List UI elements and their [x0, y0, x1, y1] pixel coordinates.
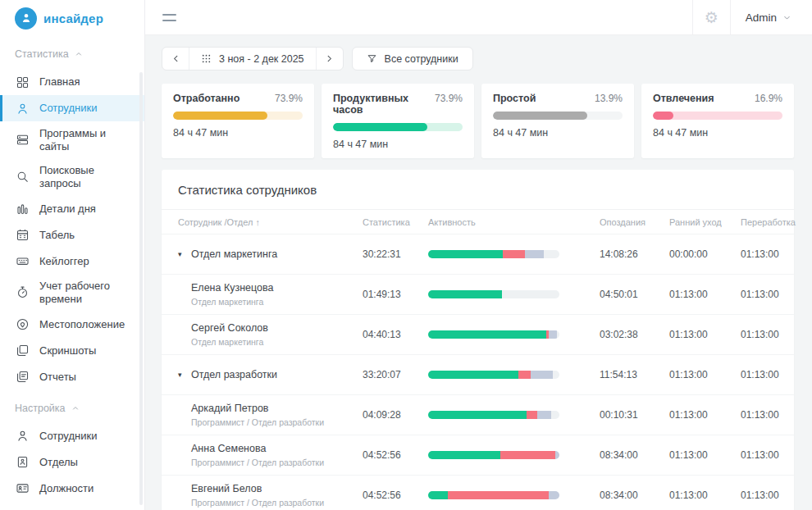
sidebar-item-label: Главная — [39, 75, 80, 89]
sidebar-item-mestopolozhenie[interactable]: Местоположение — [0, 312, 144, 338]
sidebar-item-glavnaya[interactable]: Главная — [0, 69, 144, 95]
sidebar-item-poiskovye-zaprosy[interactable]: Поисковые запросы — [0, 158, 144, 195]
sidebar-section-label: Настройка — [15, 403, 66, 414]
employees-filter-button[interactable]: Все сотрудники — [352, 47, 473, 71]
sidebar-item-sotrudniki[interactable]: Сотрудники — [0, 95, 144, 121]
logo[interactable]: инсайдер — [0, 0, 144, 36]
stat-card: Отработанно 73.9% 84 ч 47 мин — [162, 84, 314, 158]
stat-card-progressbar — [173, 112, 303, 120]
table-row[interactable]: Елена Кузнецова Отдел маркетинга 01:49:1… — [162, 274, 794, 314]
sidebar-section-header[interactable]: Настройка — [0, 390, 144, 423]
table-header: Сотрудник /Отдел ↑ Статистика Активность… — [162, 210, 794, 234]
sidebar-item-dolzhnosti[interactable]: Должности — [0, 476, 144, 502]
sort-arrow-icon: ↑ — [255, 217, 260, 227]
employee-position: Программист / Отдел разработки — [191, 458, 324, 467]
lateness-value: 04:50:01 — [600, 289, 669, 300]
sidebar-item-skrinshoty[interactable]: Скриншоты — [0, 338, 144, 364]
overtime-value: 01:13:00 — [741, 248, 790, 260]
stat-card-progressbar — [493, 112, 623, 120]
stat-card-time: 84 ч 47 мин — [653, 127, 782, 139]
table-row[interactable]: Евгений Белов Программист / Отдел разраб… — [162, 475, 794, 510]
chevron-up-icon — [75, 50, 83, 58]
employee-name: Аркадий Петров — [191, 403, 324, 414]
next-period-button[interactable] — [316, 48, 343, 70]
table-row[interactable]: ▾ Отдел маркетинга 30:22:31 14:08:26 00:… — [162, 234, 794, 274]
settings-gear-icon[interactable]: ⚙ — [692, 0, 731, 34]
stat-card-title: Простой — [493, 93, 536, 104]
employee-name: Елена Кузнецова — [191, 282, 273, 294]
stat-card-percent: 73.9% — [435, 93, 463, 104]
sidebar-item-label: Учет рабочего времени — [39, 280, 132, 305]
idcard-icon — [15, 481, 30, 496]
date-range-label: 3 ноя - 2 дек 2025 — [219, 53, 304, 65]
stat-card-time: 84 ч 47 мин — [333, 139, 463, 150]
statistics-value: 30:22:31 — [363, 248, 428, 260]
stat-card-title: Отработанно — [173, 93, 239, 104]
sidebar-item-nastroyka-programmy-i-sayty[interactable]: Программы и сайты — [0, 502, 144, 510]
activity-bar — [428, 371, 559, 379]
column-early-leave[interactable]: Ранний уход — [669, 217, 741, 227]
prev-period-button[interactable] — [162, 48, 189, 70]
column-overtime[interactable]: Переработка — [741, 217, 790, 227]
location-icon — [15, 317, 30, 332]
sidebar-item-keylogger[interactable]: Кейлоггер — [0, 248, 144, 274]
user-icon — [15, 429, 30, 444]
date-range-picker: 3 ноя - 2 дек 2025 — [162, 47, 344, 71]
overtime-value: 01:13:00 — [741, 490, 790, 501]
chevron-left-icon — [171, 54, 180, 63]
hamburger-menu-icon[interactable] — [145, 0, 176, 34]
caret-down-icon[interactable]: ▾ — [178, 371, 185, 379]
activity-bar — [428, 491, 559, 499]
sidebar-item-label: Программы и сайты — [39, 127, 132, 153]
column-statistics[interactable]: Статистика — [363, 217, 428, 227]
brand-person-icon — [15, 7, 37, 30]
sidebar-item-tabel[interactable]: Табель — [0, 221, 144, 248]
employee-name: Отдел разработки — [191, 369, 277, 380]
table-row[interactable]: ▾ Отдел разработки 33:20:07 11:54:13 01:… — [162, 354, 794, 394]
lateness-value: 08:34:00 — [600, 449, 669, 461]
table-row[interactable]: Аркадий Петров Программист / Отдел разра… — [162, 394, 794, 435]
admin-menu[interactable]: Admin — [731, 0, 812, 34]
lateness-value: 03:02:38 — [600, 329, 669, 340]
sidebar-item-label: Скриншоты — [39, 344, 96, 357]
table-row[interactable]: Сергей Соколов Отдел маркетинга 04:40:13… — [162, 314, 794, 354]
sidebar-section: Настройка Сотрудники Отделы Должности Пр… — [0, 390, 144, 510]
overtime-value: 01:13:00 — [741, 449, 790, 461]
sidebar-item-detali-dnya[interactable]: Детали дня — [0, 195, 144, 221]
employee-position: Программист / Отдел разработки — [191, 498, 324, 508]
stat-card-percent: 16.9% — [755, 93, 782, 104]
sidebar-item-label: Сотрудники — [39, 430, 97, 443]
calendar-icon — [15, 227, 30, 242]
sidebar-item-uchet-rabochego-vremeni[interactable]: Учет рабочего времени — [0, 274, 144, 311]
sidebar-item-otdely[interactable]: Отделы — [0, 449, 144, 476]
employee-name: Анна Семенова — [191, 443, 324, 454]
sidebar-item-nastroyka-sotrudniki[interactable]: Сотрудники — [0, 423, 144, 449]
filter-funnel-icon — [367, 53, 377, 64]
sidebar-section-header[interactable]: Статистика — [0, 36, 144, 69]
sidebar-nav: Статистика Главная Сотрудники Программы … — [0, 36, 144, 510]
column-lateness[interactable]: Опоздания — [600, 217, 669, 227]
date-range-button[interactable]: 3 ноя - 2 дек 2025 — [189, 48, 316, 70]
stat-card: Простой 13.9% 84 ч 47 мин — [481, 84, 634, 158]
column-employee[interactable]: Сотрудник /Отдел ↑ — [178, 217, 363, 227]
bars-icon — [15, 201, 30, 216]
stopwatch-icon — [15, 285, 30, 300]
topbar: ⚙ Admin — [145, 0, 812, 35]
main: ⚙ Admin — [145, 0, 812, 510]
sidebar-item-programmy-i-sayty[interactable]: Программы и сайты — [0, 121, 144, 158]
sidebar-item-label: Поисковые запросы — [39, 164, 132, 189]
early-leave-value: 00:00:00 — [669, 248, 741, 260]
activity-bar — [428, 411, 559, 419]
column-activity[interactable]: Активность — [428, 217, 600, 227]
stat-cards: Отработанно 73.9% 84 ч 47 мин Продуктивн… — [162, 84, 794, 158]
badge-icon — [15, 455, 30, 470]
early-leave-value: 01:13:00 — [669, 329, 741, 340]
caret-down-icon[interactable]: ▾ — [178, 251, 185, 258]
content: 3 ноя - 2 дек 2025 Все сотрудники Отрабо… — [145, 35, 812, 510]
sidebar-item-label: Сотрудники — [39, 102, 97, 115]
sidebar-item-otchety[interactable]: Отчеты — [0, 364, 144, 390]
sidebar-item-label: Должности — [39, 482, 94, 495]
employee-position: Отдел маркетинга — [191, 297, 273, 307]
table-row[interactable]: Анна Семенова Программист / Отдел разраб… — [162, 435, 794, 475]
overtime-value: 01:13:00 — [741, 409, 790, 421]
